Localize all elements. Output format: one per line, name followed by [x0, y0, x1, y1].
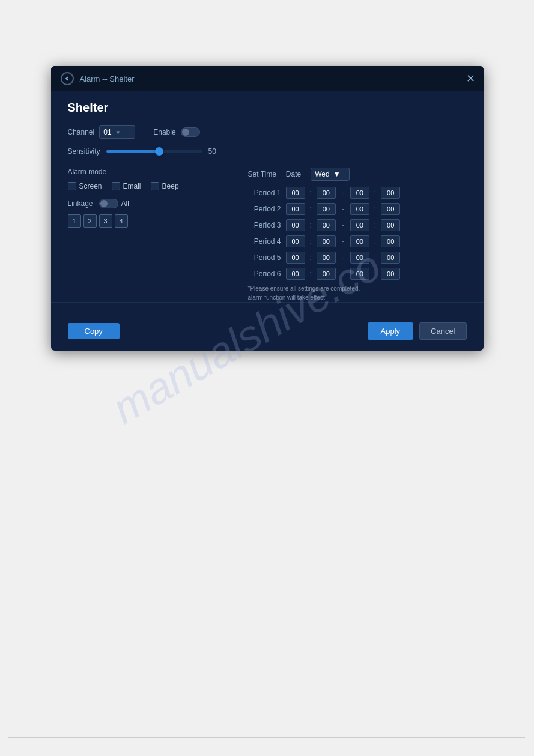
linkage-row: Linkage All [68, 199, 236, 208]
p5-end-h[interactable] [350, 252, 369, 264]
left-column: Alarm mode Screen Email Beep [68, 168, 236, 302]
p1-start-m[interactable] [317, 187, 336, 199]
period-row-5: Period 5 : - : [248, 252, 467, 264]
p4-end-h[interactable] [350, 235, 369, 247]
right-buttons: Apply Cancel [368, 322, 467, 340]
date-select[interactable]: Wed ▼ [311, 168, 350, 181]
period-4-label: Period 4 [248, 237, 281, 246]
set-time-label: Set Time [248, 170, 276, 178]
channel-btn-4[interactable]: 4 [115, 214, 128, 228]
period-3-label: Period 3 [248, 221, 281, 229]
breadcrumb: Alarm -- Shelter [80, 74, 135, 83]
apply-button[interactable]: Apply [368, 322, 414, 340]
two-column-layout: Alarm mode Screen Email Beep [68, 168, 467, 302]
dialog-header: Alarm -- Shelter ✕ [51, 66, 484, 91]
channel-value: 01 [103, 128, 111, 136]
p4-start-m[interactable] [317, 235, 336, 247]
p5-start-h[interactable] [286, 252, 305, 264]
p3-start-h[interactable] [286, 219, 305, 231]
sensitivity-row: Sensitivity 50 [68, 147, 467, 156]
period-row-3: Period 3 : - : [248, 219, 467, 231]
channel-buttons: 1 2 3 4 [68, 214, 236, 228]
channel-select[interactable]: 01 ▼ [99, 125, 135, 139]
linkage-knob [100, 200, 108, 207]
p2-end-h[interactable] [350, 203, 369, 215]
p2-end-m[interactable] [381, 203, 400, 215]
channel-arrow-icon: ▼ [115, 129, 121, 136]
channel-label: Channel [68, 128, 95, 136]
notice-text: *Please ensure all settings are complete… [248, 284, 368, 302]
alarm-mode-label: Alarm mode [68, 168, 236, 176]
bottom-divider [8, 737, 525, 738]
p2-start-h[interactable] [286, 203, 305, 215]
enable-label: Enable [153, 128, 175, 136]
dialog-body: Shelter Channel 01 ▼ Enable Sensitivity [51, 91, 484, 314]
channel-btn-3[interactable]: 3 [99, 214, 112, 228]
screen-label: Screen [79, 182, 102, 190]
set-time-header: Set Time Date Wed ▼ [248, 168, 467, 181]
enable-toggle[interactable] [181, 127, 200, 137]
date-value: Wed [315, 170, 329, 178]
page-title: Shelter [68, 101, 467, 115]
period-6-label: Period 6 [248, 270, 281, 278]
period-5-label: Period 5 [248, 253, 281, 262]
period-row-4: Period 4 : - : [248, 235, 467, 247]
p1-end-h[interactable] [350, 187, 369, 199]
p4-start-h[interactable] [286, 235, 305, 247]
p2-start-m[interactable] [317, 203, 336, 215]
dialog-footer: Copy Apply Cancel [51, 314, 484, 351]
p3-start-m[interactable] [317, 219, 336, 231]
slider-thumb[interactable] [155, 147, 163, 156]
alarm-mode-options: Screen Email Beep [68, 182, 236, 190]
p1-end-m[interactable] [381, 187, 400, 199]
beep-option[interactable]: Beep [151, 182, 179, 190]
sensitivity-label: Sensitivity [68, 147, 100, 156]
p4-end-m[interactable] [381, 235, 400, 247]
channel-btn-2[interactable]: 2 [83, 214, 97, 228]
periods-container: Period 1 : - : Period 2 : - [248, 187, 467, 280]
p3-end-h[interactable] [350, 219, 369, 231]
p5-end-m[interactable] [381, 252, 400, 264]
p6-end-h[interactable] [350, 268, 369, 280]
p5-start-m[interactable] [317, 252, 336, 264]
p1-start-h[interactable] [286, 187, 305, 199]
period-row-2: Period 2 : - : [248, 203, 467, 215]
period-1-label: Period 1 [248, 189, 281, 197]
enable-group: Enable [153, 127, 199, 137]
shelter-dialog: Alarm -- Shelter ✕ Shelter Channel 01 ▼ … [51, 66, 484, 351]
email-checkbox[interactable] [112, 182, 120, 190]
toggle-knob [182, 129, 189, 136]
email-option[interactable]: Email [112, 182, 141, 190]
top-row: Channel 01 ▼ Enable [68, 125, 467, 139]
date-label: Date [286, 170, 301, 178]
channel-group: Channel 01 ▼ [68, 125, 136, 139]
copy-button[interactable]: Copy [68, 323, 120, 339]
close-button[interactable]: ✕ [466, 73, 475, 84]
p6-end-m[interactable] [381, 268, 400, 280]
screen-checkbox[interactable] [68, 182, 76, 190]
linkage-label: Linkage [68, 199, 93, 208]
screen-option[interactable]: Screen [68, 182, 102, 190]
linkage-all-group: All [99, 199, 129, 208]
date-arrow-icon: ▼ [333, 170, 341, 178]
cancel-button[interactable]: Cancel [419, 322, 466, 340]
beep-checkbox[interactable] [151, 182, 159, 190]
email-label: Email [123, 182, 141, 190]
channel-btn-1[interactable]: 1 [68, 214, 81, 228]
back-button[interactable] [61, 72, 74, 85]
period-row-6: Period 6 : - : [248, 268, 467, 280]
sensitivity-slider[interactable] [106, 150, 202, 153]
sensitivity-value: 50 [208, 147, 216, 156]
p6-start-m[interactable] [317, 268, 336, 280]
period-2-label: Period 2 [248, 205, 281, 213]
p3-end-m[interactable] [381, 219, 400, 231]
all-label: All [121, 199, 129, 208]
slider-fill [106, 150, 159, 153]
linkage-all-toggle[interactable] [99, 199, 118, 208]
beep-label: Beep [162, 182, 179, 190]
divider [51, 302, 484, 303]
p6-start-h[interactable] [286, 268, 305, 280]
period-row-1: Period 1 : - : [248, 187, 467, 199]
right-column: Set Time Date Wed ▼ Period 1 : - [248, 168, 467, 302]
